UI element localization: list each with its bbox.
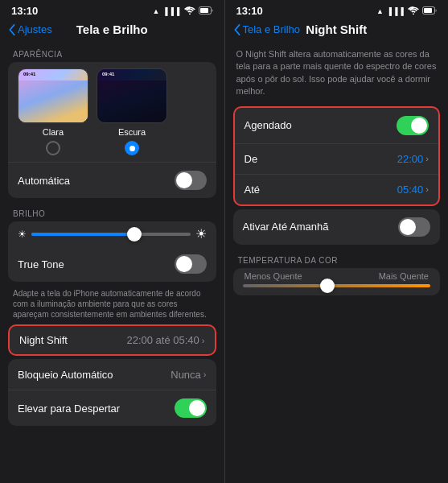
left-status-icons: ▲ ▐▐▐ — [152, 6, 212, 16]
de-label: De — [245, 153, 258, 165]
color-temp-thumb[interactable] — [320, 279, 335, 293]
theme-escura-label: Escura — [118, 127, 146, 137]
left-status-time: 13:10 — [11, 5, 38, 17]
right-scroll[interactable]: O Night Shift altera automaticamente as … — [225, 42, 449, 483]
right-back-label: Tela e Brilho — [243, 23, 301, 35]
theme-escura-radio[interactable] — [125, 141, 139, 155]
bloqueio-card: Bloqueio Automático Nunca › Elevar para … — [8, 359, 216, 426]
left-back-button[interactable]: Ajustes — [8, 23, 52, 35]
true-tone-toggle[interactable] — [175, 254, 207, 274]
right-panel: 13:10 ▲ ▐▐▐ Tela e Brilho Night S — [224, 0, 449, 483]
theme-escura[interactable]: 09:41 Escura — [97, 68, 167, 155]
ativar-toggle[interactable] — [398, 217, 430, 237]
brightness-fill — [31, 233, 134, 236]
color-temp-labels: Menos Quente Mais Quente — [233, 268, 441, 283]
true-tone-desc: Adapte a tela do iPhone automaticamente … — [0, 285, 224, 324]
scheduled-card: Agendado De 22:00 › Até 05:40 › — [233, 106, 441, 206]
true-tone-row[interactable]: True Tone — [8, 246, 216, 282]
ativar-label: Ativar Até Amanhã — [243, 221, 329, 233]
de-row[interactable]: De 22:00 › — [235, 143, 439, 174]
more-hot-label: Mais Quente — [379, 271, 429, 281]
night-shift-description: O Night Shift altera automaticamente as … — [225, 42, 449, 106]
left-status-bar: 13:10 ▲ ▐▐▐ — [0, 0, 224, 20]
right-nav-title: Night Shift — [306, 23, 367, 36]
bloqueio-row[interactable]: Bloqueio Automático Nunca › — [8, 359, 216, 390]
svg-rect-1 — [200, 8, 208, 13]
theme-clara[interactable]: 09:41 Clara — [18, 68, 88, 155]
theme-clara-label: Clara — [43, 127, 64, 137]
theme-clara-radio[interactable] — [46, 141, 60, 155]
location-icon: ▲ — [152, 7, 159, 15]
theme-row: 09:41 Clara 09:41 Escura — [8, 62, 216, 162]
theme-escura-preview: 09:41 — [97, 68, 167, 123]
brightness-low-icon: ☀ — [18, 229, 27, 240]
automatica-row[interactable]: Automática — [8, 162, 216, 198]
right-location-icon: ▲ — [376, 7, 384, 15]
automatica-label: Automática — [18, 175, 70, 187]
elevar-label: Elevar para Despertar — [18, 402, 120, 415]
ate-chevron: › — [425, 184, 429, 194]
svg-rect-3 — [424, 8, 432, 13]
brightness-card: ☀ ☀ True Tone — [8, 221, 216, 282]
left-scroll[interactable]: APARÊNCIA 09:41 Clara 09:41 — [0, 42, 224, 483]
color-temp-card: Menos Quente Mais Quente — [233, 268, 441, 295]
appearance-section-label: APARÊNCIA — [0, 42, 224, 62]
ate-label: Até — [245, 184, 261, 196]
right-wifi-icon — [408, 6, 419, 16]
agendado-toggle[interactable] — [397, 116, 429, 135]
night-shift-value: 22:00 até 05:40 › — [126, 334, 204, 346]
ativar-card: Ativar Até Amanhã — [233, 209, 441, 245]
de-value: 22:00 › — [397, 153, 429, 165]
right-nav-bar: Tela e Brilho Night Shift — [225, 20, 449, 42]
right-status-time: 13:10 — [236, 5, 263, 17]
battery-icon — [199, 6, 213, 16]
true-tone-label: True Tone — [18, 258, 64, 270]
color-temp-slider-row[interactable] — [233, 283, 441, 295]
signal-icon: ▐▐▐ — [162, 7, 180, 15]
right-back-button[interactable]: Tela e Brilho — [233, 23, 301, 35]
right-battery-icon — [422, 6, 437, 16]
bloqueio-chevron: › — [203, 369, 207, 379]
night-shift-chevron: › — [202, 336, 205, 345]
ate-value: 05:40 › — [397, 184, 429, 196]
ativar-row[interactable]: Ativar Até Amanhã — [233, 209, 441, 245]
left-nav-bar: Ajustes Tela e Brilho — [0, 20, 224, 42]
left-back-label: Ajustes — [18, 23, 52, 35]
automatica-toggle[interactable] — [175, 171, 207, 190]
right-signal-icon: ▐▐▐ — [387, 7, 405, 15]
de-chevron: › — [425, 154, 429, 163]
ate-row[interactable]: Até 05:40 › — [235, 174, 439, 204]
elevar-row[interactable]: Elevar para Despertar — [8, 390, 216, 426]
right-status-bar: 13:10 ▲ ▐▐▐ — [225, 0, 449, 20]
bloqueio-label: Bloqueio Automático — [18, 369, 113, 381]
wifi-icon — [184, 6, 195, 16]
brightness-thumb[interactable] — [127, 227, 142, 242]
brightness-row: ☀ ☀ — [8, 221, 216, 246]
bloqueio-value: Nunca › — [171, 369, 206, 381]
agendado-label: Agendado — [245, 119, 292, 131]
brightness-section-label: BRILHO — [0, 201, 224, 221]
color-temp-track[interactable] — [243, 284, 431, 287]
theme-clara-preview: 09:41 — [18, 68, 88, 123]
brightness-high-icon: ☀ — [195, 226, 207, 242]
agendado-row[interactable]: Agendado — [235, 108, 439, 143]
brightness-slider[interactable] — [31, 233, 191, 236]
left-panel: 13:10 ▲ ▐▐▐ Ajustes Tela e Brilho — [0, 0, 224, 483]
right-status-icons: ▲ ▐▐▐ — [376, 6, 437, 16]
night-shift-row[interactable]: Night Shift 22:00 até 05:40 › — [8, 324, 216, 356]
less-hot-label: Menos Quente — [245, 271, 302, 281]
appearance-card: 09:41 Clara 09:41 Escura — [8, 62, 216, 198]
temp-section-label: TEMPERATURA DA COR — [225, 248, 449, 268]
left-nav-title: Tela e Brilho — [76, 23, 148, 36]
elevar-toggle[interactable] — [175, 398, 207, 418]
night-shift-label: Night Shift — [19, 334, 68, 346]
